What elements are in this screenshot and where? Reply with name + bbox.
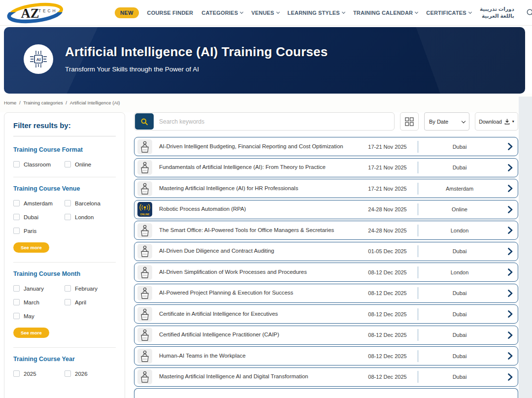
course-open-chevron[interactable] [501,373,513,381]
course-row-ai-driven-simplification-of-work-process[interactable]: AI-Driven Simplification of Work Process… [134,263,518,282]
aztech-logo[interactable]: AZ TECH [5,1,68,24]
checkbox-march[interactable] [13,299,20,305]
nav-item-course-finder[interactable]: COURSE FINDER [147,10,194,16]
arabic-courses-link[interactable]: دورات تدريبية باللغة العربية [480,6,514,19]
course-title: AI-Driven Intelligent Budgeting, Financi… [159,142,357,151]
filter-option-label: January [24,286,44,292]
filter-option-london[interactable]: London [65,214,116,220]
course-open-chevron[interactable] [501,206,513,213]
nav-item-categories[interactable]: CATEGORIES [201,10,243,16]
classroom-course-icon [139,287,151,299]
course-row-ai-powered-project-planning-execution-fo[interactable]: AI-Powered Project Planning & Execution … [134,284,518,303]
course-row-the-smart-office-ai-powered-tools-for-of[interactable]: The Smart Office: AI-Powered Tools for O… [134,221,518,240]
checkbox-january[interactable] [13,285,20,292]
filter-option-may[interactable]: May [13,313,65,319]
filter-option-january[interactable]: January [13,285,65,292]
chevron-right-icon[interactable] [507,373,513,381]
filter-option-2026[interactable]: 2026 [65,370,116,377]
filter-option-barcelona[interactable]: Barcelona [65,200,116,206]
classroom-course-icon [137,286,152,300]
filter-option-march[interactable]: March [13,299,65,305]
chevron-right-icon[interactable] [507,352,513,360]
course-open-chevron[interactable] [501,310,513,318]
filter-option-paris[interactable]: Paris [13,228,65,234]
checkbox-online[interactable] [65,161,71,167]
course-row-partial[interactable] [134,388,518,398]
page-subtitle: Transform Your Skills through the Power … [65,66,328,73]
checkbox-classroom[interactable] [13,161,20,167]
course-row-ai-driven-due-diligence-and-contract-aud[interactable]: AI-Driven Due Diligence and Contract Aud… [134,242,518,261]
chevron-right-icon[interactable] [507,227,513,234]
course-open-chevron[interactable] [501,185,513,192]
nav-item-label: VENUES [251,10,274,16]
filter-option-dubai[interactable]: Dubai [13,214,65,220]
checkbox-february[interactable] [65,285,71,292]
search-input[interactable] [154,118,394,125]
checkbox-2026[interactable] [65,370,71,377]
checkbox-april[interactable] [65,299,71,305]
course-row-fundamentals-of-artificial-intelligence-[interactable]: Fundamentals of Artificial Intelligence … [134,158,518,177]
course-open-chevron[interactable] [501,352,513,360]
course-open-chevron[interactable] [501,268,513,276]
nav-item-label: CERTIFICATES [426,10,466,16]
nav-item-certificates[interactable]: CERTIFICATES [426,10,471,16]
new-badge[interactable]: NEW [115,7,139,18]
nav-item-training-calendar[interactable]: TRAINING CALENDAR [353,10,418,16]
course-row-robotic-process-automation-rpa[interactable]: ONLINE Robotic Process Automation (RPA)2… [134,200,518,219]
breadcrumb-item-training-categories[interactable]: Training categories [23,100,63,105]
checkbox-paris[interactable] [13,228,20,234]
checkbox-2025[interactable] [13,370,20,377]
breadcrumb-item-home[interactable]: Home [4,100,16,105]
chevron-right-icon[interactable] [507,332,513,339]
checkbox-may[interactable] [13,313,20,319]
checkbox-barcelona[interactable] [65,200,71,206]
checkbox-dubai[interactable] [13,214,20,220]
course-open-chevron[interactable] [501,332,513,339]
filter-option-online[interactable]: Online [65,161,116,167]
course-open-chevron[interactable] [501,290,513,297]
nav-item-label: TRAINING CALENDAR [353,10,413,16]
search-icon[interactable] [526,8,532,17]
nav-item-venues[interactable]: VENUES [251,10,279,16]
chevron-right-icon[interactable] [507,248,513,255]
filter-section-training-course-format: Training Course FormatClassroomOnline [13,138,116,167]
chevron-right-icon[interactable] [507,310,513,318]
checkbox-amsterdam[interactable] [13,200,20,206]
course-open-chevron[interactable] [501,143,513,150]
chevron-right-icon[interactable] [507,206,513,213]
chevron-right-icon[interactable] [507,290,513,297]
course-row-certified-artificial-intelligence-practi[interactable]: Certified Artificial Intelligence Practi… [134,326,518,345]
course-row-mastering-artificial-intelligence-ai-for[interactable]: Mastering Artificial Intelligence (AI) f… [134,179,518,198]
breadcrumb-separator: / [65,100,68,105]
filter-option-april[interactable]: April [65,299,116,305]
see-more-button[interactable]: See more [13,328,49,338]
search-submit-button[interactable] [135,113,154,130]
chevron-down-icon [468,10,472,13]
course-open-chevron[interactable] [501,248,513,255]
filter-options: ClassroomOnline [13,161,116,167]
course-title: AI-Driven Simplification of Work Process… [159,268,357,277]
list-toolbar: By Date Download ▾ [134,112,518,131]
caret-down-icon: ▾ [512,119,514,124]
chevron-right-icon[interactable] [507,268,513,276]
course-row-ai-driven-intelligent-budgeting-financia[interactable]: AI-Driven Intelligent Budgeting, Financi… [134,137,518,156]
download-button[interactable]: Download ▾ [475,112,518,131]
course-open-chevron[interactable] [501,227,513,234]
chevron-right-icon[interactable] [507,143,513,150]
nav-item-learning-styles[interactable]: LEARNING STYLES [288,10,345,16]
grid-view-button[interactable] [400,112,419,131]
chevron-right-icon[interactable] [507,185,513,192]
see-more-button[interactable]: See more [13,242,49,253]
filter-option-amsterdam[interactable]: Amsterdam [13,200,65,206]
checkbox-london[interactable] [65,214,71,220]
sort-by-date-select[interactable]: By Date [424,112,469,131]
course-open-chevron[interactable] [501,164,513,171]
course-row-human-ai-teams-in-the-workplace[interactable]: Human-AI Teams in the Workplace08-12 Dec… [134,346,518,365]
chevron-right-icon[interactable] [507,164,513,171]
filter-option-classroom[interactable]: Classroom [13,161,65,167]
filter-option-2025[interactable]: 2025 [13,370,65,377]
filter-option-february[interactable]: February [65,285,116,292]
download-icon [504,119,510,125]
course-row-certificate-in-artificial-intelligence-f[interactable]: Certificate in Artificial Intelligence f… [134,304,518,324]
course-row-mastering-artificial-intelligence-ai-and[interactable]: Mastering Artificial Intelligence AI and… [134,367,518,387]
